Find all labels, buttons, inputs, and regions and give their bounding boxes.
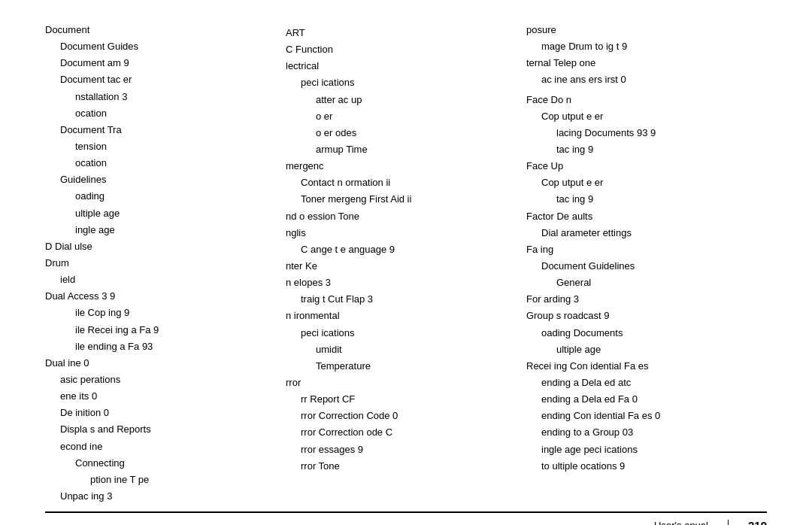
- index-entry: nglis: [286, 226, 526, 241]
- footer-label: User's anual: [654, 520, 708, 525]
- index-entry: ene its 0: [45, 389, 286, 404]
- index-entry: armup Time: [286, 142, 526, 157]
- index-entry: Connecting: [45, 456, 286, 471]
- index-entry: ile Recei ing a Fa 9: [45, 323, 286, 338]
- index-entry: ending Con idential Fa es 0: [526, 408, 767, 423]
- index-entry: Dual ine 0: [45, 356, 286, 371]
- footer-text: User's anual 219: [654, 519, 767, 525]
- index-entry: Guidelines: [45, 172, 286, 187]
- index-entry: Group s roadcast 9: [526, 308, 767, 323]
- index-entry: Document: [45, 23, 286, 38]
- index-entry: ield: [45, 272, 286, 287]
- index-entry: mergenc: [286, 159, 526, 174]
- index-entry: Dial arameter ettings: [526, 226, 767, 241]
- index-entry: ultiple age: [45, 206, 286, 221]
- columns-wrapper: DocumentDocument GuidesDocument am 9Docu…: [45, 23, 767, 504]
- index-entry: ocation: [45, 156, 286, 171]
- index-entry: Document Guides: [45, 39, 286, 54]
- index-column-col2: ARTC Functionlectricalpeci icationsatter…: [286, 23, 526, 504]
- index-entry: n elopes 3: [286, 275, 526, 290]
- index-entry: Dual Access 3 9: [45, 289, 286, 304]
- index-entry: D Dial ulse: [45, 239, 286, 254]
- index-entry: mage Drum to ig t 9: [526, 39, 767, 54]
- index-entry: asic perations: [45, 372, 286, 387]
- index-entry: rror: [286, 375, 526, 390]
- index-entry: General: [526, 275, 767, 290]
- index-entry: ption ine T pe: [45, 472, 286, 487]
- index-entry: posure: [526, 23, 767, 38]
- index-entry: oading Documents: [526, 326, 767, 341]
- index-entry: traig t Cut Flap 3: [286, 292, 526, 307]
- index-entry: Document tac er: [45, 72, 286, 87]
- index-entry: econd ine: [45, 439, 286, 454]
- page-container: DocumentDocument GuidesDocument am 9Docu…: [0, 0, 812, 525]
- index-entry: tac ing 9: [526, 192, 767, 207]
- index-entry: Contact n ormation ii: [286, 175, 526, 190]
- index-entry: Factor De aults: [526, 209, 767, 224]
- index-entry: to ultiple ocations 9: [526, 459, 767, 474]
- index-entry: ocation: [45, 106, 286, 121]
- index-entry: rror Correction ode C: [286, 425, 526, 440]
- index-entry: Document Tra: [45, 123, 286, 138]
- index-entry: umidit: [286, 342, 526, 357]
- index-entry: Unpac ing 3: [45, 489, 286, 504]
- page-number: 219: [748, 519, 767, 525]
- index-entry: Recei ing Con idential Fa es: [526, 359, 767, 374]
- index-entry: ile Cop ing 9: [45, 305, 286, 320]
- index-entry: Displa s and Reports: [45, 422, 286, 437]
- index-entry: Toner mergeng First Aid ii: [286, 192, 526, 207]
- index-entry: C ange t e anguage 9: [286, 242, 526, 257]
- index-entry: For arding 3: [526, 292, 767, 307]
- index-entry: ending a Dela ed Fa 0: [526, 392, 767, 407]
- index-entry: ile ending a Fa 93: [45, 339, 286, 354]
- index-column-col1: DocumentDocument GuidesDocument am 9Docu…: [45, 23, 286, 504]
- index-entry: lacing Documents 93 9: [526, 126, 767, 141]
- index-entry: Document am 9: [45, 56, 286, 71]
- index-entry: Temperature: [286, 359, 526, 374]
- index-entry: oading: [45, 189, 286, 204]
- index-entry: peci ications: [286, 326, 526, 341]
- index-entry: De inition 0: [45, 405, 286, 420]
- index-entry: Face Do n: [526, 93, 767, 108]
- index-entry: peci ications: [286, 75, 526, 90]
- index-entry: nter Ke: [286, 259, 526, 274]
- index-entry: Cop utput e er: [526, 109, 767, 124]
- index-entry: nd o ession Tone: [286, 209, 526, 224]
- index-entry: ac ine ans ers irst 0: [526, 72, 767, 87]
- index-column-col3: posuremage Drum to ig t 9ternal Telep on…: [526, 23, 767, 504]
- index-entry: ternal Telep one: [526, 56, 767, 71]
- index-entry: rror Tone: [286, 459, 526, 474]
- index-entry: rror Correction Code 0: [286, 408, 526, 423]
- index-entry: Drum: [45, 256, 286, 271]
- index-entry: rr Report CF: [286, 392, 526, 407]
- footer-divider: [728, 520, 729, 525]
- index-entry: ingle age: [45, 223, 286, 238]
- index-entry: tac ing 9: [526, 142, 767, 157]
- footer: User's anual 219: [45, 511, 767, 525]
- index-entry: lectrical: [286, 59, 526, 74]
- index-entry: ending a Dela ed atc: [526, 375, 767, 390]
- index-entry: o er odes: [286, 126, 526, 141]
- index-entry: ingle age peci ications: [526, 442, 767, 457]
- index-entry: ultiple age: [526, 342, 767, 357]
- index-entry: C Function: [286, 42, 526, 57]
- index-entry: rror essages 9: [286, 442, 526, 457]
- index-entry: n ironmental: [286, 308, 526, 323]
- index-entry: o er: [286, 109, 526, 124]
- index-entry: Face Up: [526, 159, 767, 174]
- index-entry: Cop utput e er: [526, 175, 767, 190]
- index-entry: tension: [45, 139, 286, 154]
- index-entry: Document Guidelines: [526, 259, 767, 274]
- index-entry: atter ac up: [286, 93, 526, 108]
- index-entry: nstallation 3: [45, 90, 286, 105]
- index-entry: ending to a Group 03: [526, 425, 767, 440]
- index-entry: ART: [286, 26, 526, 41]
- index-entry: Fa ing: [526, 242, 767, 257]
